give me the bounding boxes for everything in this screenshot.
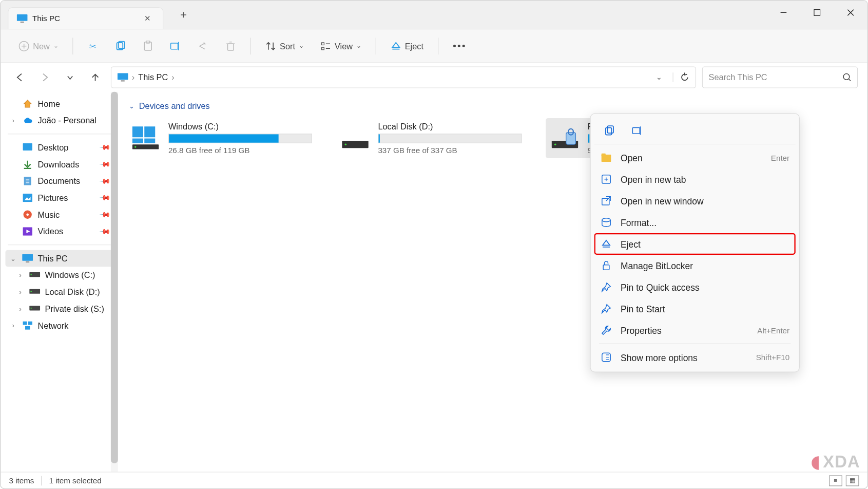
paste-button[interactable] xyxy=(137,37,159,55)
sidebar: Home › João - Personal Desktop📌Downloads… xyxy=(1,92,118,472)
context-item-properties[interactable]: PropertiesAlt+Enter xyxy=(594,319,796,341)
svg-rect-58 xyxy=(144,139,155,143)
breadcrumb-root[interactable]: This PC xyxy=(138,72,168,82)
breadcrumb-sep: › xyxy=(171,72,174,82)
sidebar-item-downloads[interactable]: Downloads📌 xyxy=(6,156,113,173)
svg-point-28 xyxy=(843,74,850,80)
maximize-button[interactable] xyxy=(800,1,834,25)
address-bar[interactable]: › This PC › ⌄ xyxy=(111,67,696,88)
refresh-button[interactable] xyxy=(673,72,690,82)
sidebar-item-pictures[interactable]: Pictures📌 xyxy=(6,190,113,206)
context-item-open-in-new-window[interactable]: Open in new window xyxy=(594,190,796,212)
view-button[interactable]: View ⌄ xyxy=(314,37,367,55)
sort-button[interactable]: Sort ⌄ xyxy=(259,37,310,55)
more-button[interactable]: ••• xyxy=(447,37,472,55)
eject-icon xyxy=(391,41,401,51)
format-icon xyxy=(600,216,612,228)
svg-point-49 xyxy=(31,291,32,292)
copy-button[interactable] xyxy=(109,37,131,55)
sidebar-item-music[interactable]: Music📌 xyxy=(6,206,113,223)
context-item-show-more[interactable]: Show more options Shift+F10 xyxy=(594,347,796,368)
paste-icon xyxy=(143,41,153,51)
sidebar-item-network[interactable]: › Network xyxy=(6,317,113,334)
sidebar-item-this-pc[interactable]: ⌄ This PC xyxy=(6,250,113,267)
share-button[interactable] xyxy=(191,37,214,55)
details-view-button[interactable]: ≡ xyxy=(829,475,842,486)
svg-point-64 xyxy=(554,143,556,145)
svg-rect-53 xyxy=(28,322,32,325)
svg-rect-44 xyxy=(22,254,33,261)
documents-icon xyxy=(22,176,33,186)
delete-button[interactable] xyxy=(219,37,242,55)
section-header[interactable]: ⌄ Devices and drives xyxy=(126,99,859,114)
drive-tile[interactable]: Local Disk (D:)337 GB free of 337 GB xyxy=(336,118,528,158)
search-input[interactable]: Search This PC xyxy=(702,67,858,88)
svg-rect-20 xyxy=(321,42,324,45)
svg-point-62 xyxy=(345,143,347,145)
drive-icon xyxy=(340,122,371,153)
videos-icon xyxy=(22,227,33,236)
chevron-down-icon: ⌄ xyxy=(129,102,134,110)
tab-this-pc[interactable]: This PC ✕ xyxy=(8,7,163,29)
drive-tile[interactable]: Windows (C:)26.8 GB free of 119 GB xyxy=(126,118,318,158)
pin-icon: 📌 xyxy=(99,158,111,171)
new-tab-button[interactable]: ＋ xyxy=(173,5,194,24)
wrench-icon xyxy=(600,324,612,336)
up-button[interactable] xyxy=(86,68,105,87)
sidebar-item-desktop[interactable]: Desktop📌 xyxy=(6,139,113,156)
recent-button[interactable] xyxy=(61,68,80,87)
cut-button[interactable]: ✂ xyxy=(82,37,104,55)
ellipsis-icon: ••• xyxy=(453,41,467,51)
context-item-open-in-new-tab[interactable]: Open in new tab xyxy=(594,168,796,190)
sort-icon xyxy=(265,41,276,51)
sidebar-drive[interactable]: ›Private disk (S:) xyxy=(6,300,113,317)
rename-button[interactable] xyxy=(164,37,187,55)
sidebar-item-videos[interactable]: Videos📌 xyxy=(6,223,113,240)
svg-rect-31 xyxy=(23,143,32,151)
svg-rect-67 xyxy=(606,128,612,135)
svg-rect-26 xyxy=(118,73,128,80)
svg-line-29 xyxy=(849,79,851,81)
newwindow-icon xyxy=(600,195,612,206)
chevron-down-icon: ⌄ xyxy=(9,254,17,262)
folder-icon xyxy=(600,152,612,163)
context-item-eject[interactable]: Eject xyxy=(594,233,796,255)
tab-title: This PC xyxy=(32,14,135,23)
forward-button[interactable] xyxy=(35,68,54,87)
minimize-button[interactable] xyxy=(767,1,800,25)
chevron-down-icon[interactable]: ⌄ xyxy=(656,73,666,81)
rename-icon xyxy=(170,41,181,51)
sidebar-scrollbar[interactable] xyxy=(111,92,118,472)
tiles-view-button[interactable]: ▦ xyxy=(846,475,859,486)
close-tab-icon[interactable]: ✕ xyxy=(141,13,155,24)
close-window-button[interactable] xyxy=(834,1,867,25)
svg-rect-13 xyxy=(171,43,178,49)
search-placeholder: Search This PC xyxy=(709,72,767,82)
context-item-pin-to-quick-access[interactable]: Pin to Quick access xyxy=(594,276,796,298)
context-item-manage-bitlocker[interactable]: Manage BitLocker xyxy=(594,255,796,276)
chevron-down-icon: ⌄ xyxy=(299,43,303,49)
eject-button[interactable]: Eject xyxy=(384,37,430,55)
rename-button[interactable] xyxy=(627,121,648,140)
svg-rect-81 xyxy=(603,265,609,270)
svg-point-60 xyxy=(134,146,137,148)
svg-point-47 xyxy=(31,274,32,275)
copy-icon xyxy=(115,41,126,51)
sidebar-drive[interactable]: ›Local Disk (D:) xyxy=(6,284,113,300)
context-item-format-[interactable]: Format... xyxy=(594,212,796,233)
svg-rect-52 xyxy=(23,322,27,325)
toolbar: New ⌄ ✂ Sort ⌄ View ⌄ Eject ••• xyxy=(1,29,867,63)
context-item-open[interactable]: OpenEnter xyxy=(594,147,796,168)
sidebar-item-home[interactable]: Home xyxy=(6,96,113,112)
drive-icon xyxy=(29,304,40,314)
copy-button[interactable] xyxy=(599,121,621,140)
back-button[interactable] xyxy=(10,68,29,87)
new-button[interactable]: New ⌄ xyxy=(13,37,64,55)
svg-rect-27 xyxy=(121,80,125,81)
sidebar-item-personal[interactable]: › João - Personal xyxy=(6,112,113,129)
context-item-pin-to-start[interactable]: Pin to Start xyxy=(594,298,796,319)
pin-icon: 📌 xyxy=(99,141,111,154)
sidebar-item-documents[interactable]: Documents📌 xyxy=(6,173,113,190)
sidebar-drive[interactable]: ›Windows (C:) xyxy=(6,267,113,284)
downloads-icon xyxy=(22,159,33,169)
